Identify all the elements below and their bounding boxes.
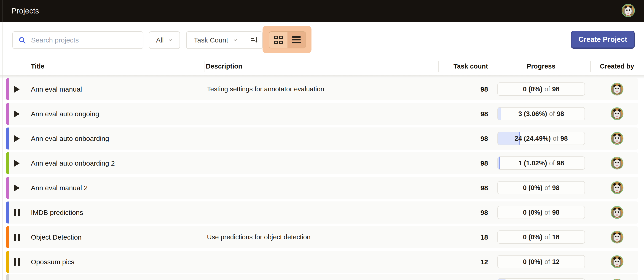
progress-of-label: of (549, 159, 554, 167)
column-header-description: Description (206, 63, 242, 70)
filter-dropdown[interactable]: All (149, 31, 180, 49)
pause-icon (14, 234, 20, 241)
project-color-bar (6, 128, 9, 149)
project-status-icon (14, 226, 20, 248)
progress-fill (498, 108, 501, 120)
project-row[interactable]: Opossum pics 12 0 (0%) of 12 (6, 251, 638, 273)
opossum-avatar-image (622, 4, 634, 16)
sort-descending-icon (250, 36, 258, 44)
project-color-bar (6, 201, 9, 224)
progress-indicator (498, 279, 585, 280)
progress-done-label: 0 (0%) (523, 233, 542, 241)
pause-icon (14, 209, 20, 216)
projects-toolbar: All Task Count (0, 22, 644, 59)
view-toggle (269, 31, 306, 48)
creator-avatar (610, 206, 624, 219)
sort-field-dropdown[interactable]: Task Count (186, 32, 245, 48)
progress-total-label: 98 (552, 184, 560, 192)
project-row[interactable]: Object Detection Use predictions for obj… (6, 226, 638, 248)
progress-total-label: 98 (557, 110, 564, 118)
create-project-button[interactable]: Create Project (571, 31, 634, 49)
project-description: Use predictions for object detection (207, 226, 310, 248)
opossum-avatar-image (611, 182, 623, 193)
progress-of-label: of (544, 184, 550, 192)
progress-done-label: 1 (1.02%) (518, 159, 547, 167)
project-status-icon (14, 177, 20, 199)
project-title[interactable]: Ann eval auto onboarding (31, 128, 109, 149)
grid-view-icon (274, 36, 283, 44)
progress-indicator: 0 (0%) of 98 (498, 82, 585, 96)
search-box[interactable] (12, 31, 144, 49)
list-view-button[interactable] (288, 32, 306, 48)
project-title[interactable]: Ann eval manual (31, 78, 82, 100)
project-color-bar (6, 251, 9, 273)
project-description: Testing settings for annotator evaluatio… (207, 78, 324, 100)
progress-of-label: of (544, 233, 550, 241)
project-row[interactable]: Ann eval auto onboarding 2 98 1 (1.02%) … (6, 152, 638, 174)
table-header: Title Description Task count Progress Cr… (0, 59, 644, 75)
sort-direction-button[interactable] (246, 32, 262, 48)
project-row[interactable]: Ann eval manual Testing settings for ann… (6, 78, 638, 100)
project-title[interactable]: Object Detection (31, 226, 82, 248)
creator-avatar (610, 83, 624, 96)
column-header-title: Title (31, 63, 44, 70)
view-toggle-spotlight (262, 26, 312, 53)
progress-total-label: 98 (557, 159, 564, 167)
task-count-value: 98 (480, 128, 488, 149)
grid-view-button[interactable] (269, 32, 288, 48)
project-color-bar (6, 103, 9, 125)
progress-done-label: 0 (0%) (523, 184, 542, 192)
progress-of-label: of (553, 135, 558, 142)
progress-total-label: 98 (552, 85, 560, 93)
top-app-bar: Projects (0, 0, 644, 22)
window-edge-line (2, 22, 3, 280)
project-status-icon (14, 78, 20, 100)
progress-done-label: 24 (24.49%) (514, 135, 551, 142)
column-header-progress: Progress (514, 63, 568, 70)
project-row[interactable]: Ann eval manual 2 98 0 (0%) of 98 (6, 177, 638, 199)
project-row[interactable]: Ann eval auto ongoing 98 3 (3.06%) of 98 (6, 103, 638, 125)
progress-fill (498, 279, 506, 280)
play-icon (14, 184, 20, 192)
project-status-icon (14, 103, 20, 125)
progress-done-label: 0 (0%) (523, 209, 542, 216)
project-title[interactable]: Ann eval auto onboarding 2 (31, 152, 115, 174)
progress-fill (498, 157, 500, 169)
search-input[interactable] (31, 36, 139, 44)
progress-of-label: of (544, 85, 550, 93)
progress-total-label: 12 (552, 258, 560, 266)
project-status-icon (14, 128, 20, 149)
project-color-bar (6, 226, 9, 248)
progress-total-label: 98 (552, 209, 560, 216)
project-row[interactable]: IMDB predictions 98 0 (0%) of 98 (6, 201, 638, 224)
project-title[interactable]: Opossum pics (31, 251, 74, 273)
opossum-avatar-image (611, 231, 623, 243)
progress-total-label: 98 (560, 135, 568, 142)
list-view-icon (292, 36, 301, 43)
progress-total-label: 18 (552, 233, 560, 241)
column-header-created-by: Created by (600, 63, 634, 70)
progress-indicator: 0 (0%) of 98 (498, 181, 585, 194)
progress-of-label: of (549, 110, 554, 118)
chevron-down-icon (168, 38, 173, 43)
progress-done-label: 0 (0%) (523, 85, 542, 93)
project-status-icon (14, 201, 20, 224)
pause-icon (14, 258, 20, 266)
creator-avatar (610, 279, 624, 280)
page-title: Projects (12, 7, 39, 15)
progress-indicator: 24 (24.49%) of 98 (498, 132, 585, 145)
opossum-avatar-image (611, 157, 623, 169)
creator-avatar (610, 181, 624, 194)
project-title[interactable]: Ann eval auto ongoing (31, 103, 99, 125)
progress-indicator: 0 (0%) of 18 (498, 230, 585, 244)
progress-indicator: 0 (0%) of 12 (498, 255, 585, 268)
creator-avatar (610, 157, 624, 169)
project-row[interactable]: Ann eval auto onboarding 98 24 (24.49%) … (6, 128, 638, 149)
project-row[interactable] (6, 274, 638, 280)
user-avatar[interactable] (622, 4, 635, 17)
project-title[interactable]: Ann eval manual 2 (31, 177, 88, 199)
sort-control-group: Task Count (186, 31, 263, 49)
project-title[interactable]: IMDB predictions (31, 201, 83, 224)
opossum-avatar-image (611, 256, 623, 268)
task-count-value: 98 (480, 103, 488, 125)
